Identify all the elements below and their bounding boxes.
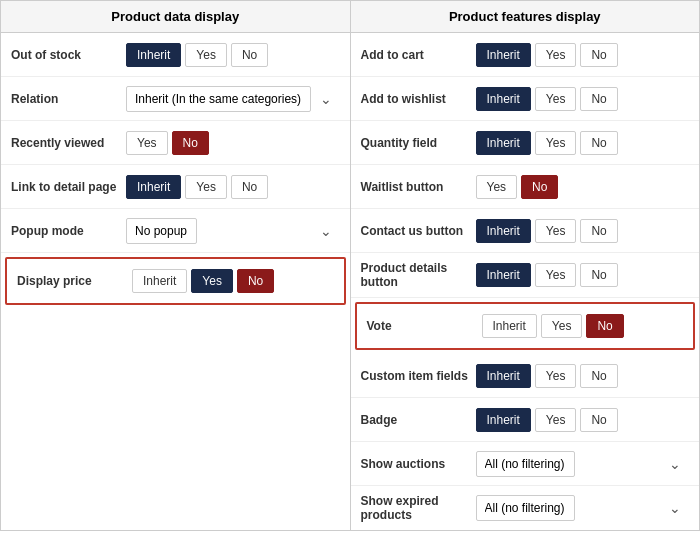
right-panel-header: Product features display (351, 1, 700, 33)
vote-row: Vote Inherit Yes No (357, 304, 694, 348)
product-details-controls: Inherit Yes No (476, 263, 690, 287)
vote-yes-btn[interactable]: Yes (541, 314, 583, 338)
out-of-stock-yes-btn[interactable]: Yes (185, 43, 227, 67)
main-container: Product data display Out of stock Inheri… (0, 0, 700, 531)
add-to-wishlist-yes-btn[interactable]: Yes (535, 87, 577, 111)
badge-label: Badge (361, 413, 476, 427)
vote-no-btn[interactable]: No (586, 314, 623, 338)
quantity-field-row: Quantity field Inherit Yes No (351, 121, 700, 165)
vote-controls: Inherit Yes No (482, 314, 684, 338)
display-price-row: Display price Inherit Yes No (7, 259, 344, 303)
contact-us-inherit-btn[interactable]: Inherit (476, 219, 531, 243)
popup-mode-select-wrapper: No popup Popup (126, 218, 340, 244)
show-auctions-select-wrapper: All (no filtering) Yes only No only (476, 451, 690, 477)
relation-row: Relation Inherit (In the same categories… (1, 77, 350, 121)
show-auctions-label: Show auctions (361, 457, 476, 471)
custom-item-fields-yes-btn[interactable]: Yes (535, 364, 577, 388)
display-price-yes-btn[interactable]: Yes (191, 269, 233, 293)
out-of-stock-label: Out of stock (11, 48, 126, 62)
link-detail-row: Link to detail page Inherit Yes No (1, 165, 350, 209)
custom-item-fields-label: Custom item fields (361, 369, 476, 383)
add-to-wishlist-no-btn[interactable]: No (580, 87, 617, 111)
link-detail-label: Link to detail page (11, 180, 126, 194)
display-price-controls: Inherit Yes No (132, 269, 334, 293)
add-to-wishlist-label: Add to wishlist (361, 92, 476, 106)
waitlist-button-label: Waitlist button (361, 180, 476, 194)
add-to-cart-no-btn[interactable]: No (580, 43, 617, 67)
link-detail-yes-btn[interactable]: Yes (185, 175, 227, 199)
popup-mode-select[interactable]: No popup Popup (126, 218, 197, 244)
recently-viewed-controls: Yes No (126, 131, 340, 155)
show-auctions-controls: All (no filtering) Yes only No only (476, 451, 690, 477)
add-to-cart-row: Add to cart Inherit Yes No (351, 33, 700, 77)
add-to-cart-controls: Inherit Yes No (476, 43, 690, 67)
popup-mode-row: Popup mode No popup Popup (1, 209, 350, 253)
custom-item-fields-inherit-btn[interactable]: Inherit (476, 364, 531, 388)
link-detail-controls: Inherit Yes No (126, 175, 340, 199)
waitlist-button-controls: Yes No (476, 175, 690, 199)
display-price-label: Display price (17, 274, 132, 288)
relation-controls: Inherit (In the same categories) All Non… (126, 86, 340, 112)
vote-label: Vote (367, 319, 482, 333)
contact-us-label: Contact us button (361, 224, 476, 238)
badge-controls: Inherit Yes No (476, 408, 690, 432)
quantity-field-inherit-btn[interactable]: Inherit (476, 131, 531, 155)
add-to-wishlist-row: Add to wishlist Inherit Yes No (351, 77, 700, 121)
display-price-inherit-btn[interactable]: Inherit (132, 269, 187, 293)
out-of-stock-no-btn[interactable]: No (231, 43, 268, 67)
out-of-stock-inherit-btn[interactable]: Inherit (126, 43, 181, 67)
badge-row: Badge Inherit Yes No (351, 398, 700, 442)
add-to-cart-yes-btn[interactable]: Yes (535, 43, 577, 67)
show-expired-select[interactable]: All (no filtering) Yes only No only (476, 495, 575, 521)
product-details-no-btn[interactable]: No (580, 263, 617, 287)
contact-us-controls: Inherit Yes No (476, 219, 690, 243)
product-details-label: Product details button (361, 261, 476, 289)
display-price-no-btn[interactable]: No (237, 269, 274, 293)
contact-us-yes-btn[interactable]: Yes (535, 219, 577, 243)
show-expired-controls: All (no filtering) Yes only No only (476, 495, 690, 521)
link-detail-no-btn[interactable]: No (231, 175, 268, 199)
quantity-field-controls: Inherit Yes No (476, 131, 690, 155)
recently-viewed-yes-btn[interactable]: Yes (126, 131, 168, 155)
badge-yes-btn[interactable]: Yes (535, 408, 577, 432)
add-to-wishlist-inherit-btn[interactable]: Inherit (476, 87, 531, 111)
add-to-cart-label: Add to cart (361, 48, 476, 62)
waitlist-button-row: Waitlist button Yes No (351, 165, 700, 209)
recently-viewed-no-btn[interactable]: No (172, 131, 209, 155)
vote-inherit-btn[interactable]: Inherit (482, 314, 537, 338)
out-of-stock-controls: Inherit Yes No (126, 43, 340, 67)
left-panel: Product data display Out of stock Inheri… (1, 1, 351, 530)
product-details-row: Product details button Inherit Yes No (351, 253, 700, 298)
display-price-highlight: Display price Inherit Yes No (5, 257, 346, 305)
show-auctions-row: Show auctions All (no filtering) Yes onl… (351, 442, 700, 486)
vote-highlight: Vote Inherit Yes No (355, 302, 696, 350)
right-panel: Product features display Add to cart Inh… (351, 1, 700, 530)
quantity-field-yes-btn[interactable]: Yes (535, 131, 577, 155)
show-expired-select-wrapper: All (no filtering) Yes only No only (476, 495, 690, 521)
recently-viewed-label: Recently viewed (11, 136, 126, 150)
relation-label: Relation (11, 92, 126, 106)
product-details-inherit-btn[interactable]: Inherit (476, 263, 531, 287)
contact-us-row: Contact us button Inherit Yes No (351, 209, 700, 253)
custom-item-fields-row: Custom item fields Inherit Yes No (351, 354, 700, 398)
left-panel-header: Product data display (1, 1, 350, 33)
recently-viewed-row: Recently viewed Yes No (1, 121, 350, 165)
show-auctions-select[interactable]: All (no filtering) Yes only No only (476, 451, 575, 477)
add-to-wishlist-controls: Inherit Yes No (476, 87, 690, 111)
waitlist-yes-btn[interactable]: Yes (476, 175, 518, 199)
link-detail-inherit-btn[interactable]: Inherit (126, 175, 181, 199)
waitlist-no-btn[interactable]: No (521, 175, 558, 199)
show-expired-row: Show expired products All (no filtering)… (351, 486, 700, 530)
badge-no-btn[interactable]: No (580, 408, 617, 432)
popup-mode-label: Popup mode (11, 224, 126, 238)
badge-inherit-btn[interactable]: Inherit (476, 408, 531, 432)
add-to-cart-inherit-btn[interactable]: Inherit (476, 43, 531, 67)
relation-select-wrapper: Inherit (In the same categories) All Non… (126, 86, 340, 112)
custom-item-fields-no-btn[interactable]: No (580, 364, 617, 388)
show-expired-label: Show expired products (361, 494, 476, 522)
product-details-yes-btn[interactable]: Yes (535, 263, 577, 287)
out-of-stock-row: Out of stock Inherit Yes No (1, 33, 350, 77)
relation-select[interactable]: Inherit (In the same categories) All Non… (126, 86, 311, 112)
contact-us-no-btn[interactable]: No (580, 219, 617, 243)
quantity-field-no-btn[interactable]: No (580, 131, 617, 155)
